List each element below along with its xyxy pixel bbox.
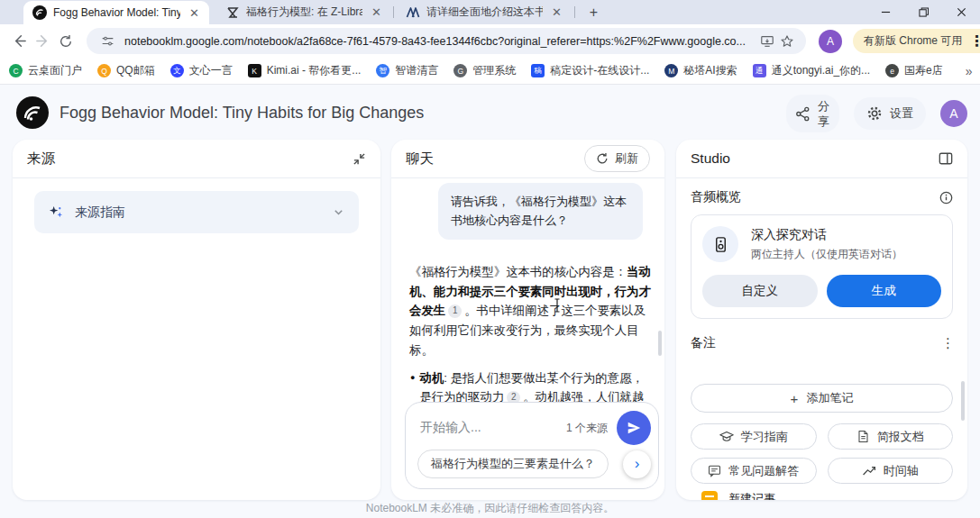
tab-notebooklm[interactable]: Fogg Behavior Model: Tiny H ✕ (23, 1, 209, 24)
source-guide-label: 来源指南 (75, 204, 322, 221)
back-icon[interactable] (7, 30, 31, 53)
header-actions: 分享 设置 A (786, 95, 967, 132)
browser-menu-icon[interactable]: ⋮ (967, 29, 980, 53)
tab-title: 福格行为模型: 在 Z-Library 上 (246, 5, 362, 20)
bookmark-label: 云桌面门户 (28, 63, 82, 78)
trend-line-icon (862, 464, 876, 478)
audio-overview-card: 深入探究对话 两位主持人（仅使用英语对话） 自定义 生成 (691, 214, 953, 319)
bookmark-item[interactable]: 智 智谱清言 (376, 63, 438, 78)
audio-overview-header: 音频概览 (676, 178, 967, 211)
bookmark-item[interactable]: C 云桌面门户 (9, 63, 82, 78)
timeline-label: 时间轴 (884, 463, 919, 479)
citation-chip-1[interactable]: 1 (448, 304, 462, 318)
account-avatar[interactable]: A (940, 100, 967, 127)
sources-panel-header: 来源 (13, 140, 380, 178)
notebooklm-logo-icon[interactable] (16, 96, 49, 129)
tab-close-icon[interactable]: ✕ (187, 6, 202, 20)
browser-profile-avatar[interactable]: A (819, 30, 842, 53)
source-count-label: 1 个来源 (566, 421, 608, 436)
refresh-label: 刷新 (615, 150, 638, 167)
tab-zlibrary[interactable]: 福格行为模型: 在 Z-Library 上 ✕ (216, 0, 391, 24)
chat-title: 聊天 (406, 150, 434, 168)
faq-label: 常见问题解答 (728, 463, 799, 479)
bookmark-star-icon[interactable] (777, 32, 797, 51)
new-tab-button[interactable]: + (584, 3, 603, 22)
refresh-chat-button[interactable]: 刷新 (584, 145, 650, 172)
add-note-button[interactable]: + 添加笔记 (691, 384, 953, 413)
studio-panel: Studio 音频概览 深入探究对话 两位主持人（仅使用英语对话） 自定义 生成… (676, 140, 967, 500)
tab-close-icon[interactable]: ✕ (549, 5, 564, 19)
bookmark-item[interactable]: 通 通义tongyi.ai_你的... (753, 63, 870, 78)
note-list-item[interactable]: 新建记事 (691, 491, 953, 500)
bookmark-label: QQ邮箱 (116, 63, 155, 78)
bookmark-favicon-icon: K (248, 64, 261, 77)
reload-icon[interactable] (54, 30, 78, 53)
collapse-panel-icon[interactable] (353, 152, 366, 166)
study-guide-button[interactable]: 学习指南 (691, 423, 817, 450)
notebook-title[interactable]: Fogg Behavior Model: Tiny Habits for Big… (60, 104, 424, 123)
bookmark-item[interactable]: M 秘塔AI搜索 (664, 63, 737, 78)
text-cursor-icon (554, 298, 561, 313)
generate-button[interactable]: 生成 (827, 275, 942, 307)
chat-input-field[interactable]: 开始输入... (420, 420, 566, 436)
bookmarks-overflow-chevron[interactable]: » (958, 64, 980, 78)
bookmark-item[interactable]: e 国寿e店 (885, 63, 943, 78)
bookmark-favicon-icon: 智 (376, 64, 389, 77)
notes-menu-icon[interactable]: ⋮ (941, 340, 955, 347)
gear-icon (866, 105, 883, 122)
close-window-button[interactable] (942, 0, 980, 24)
chat-input-row: 开始输入... 1 个来源 (420, 411, 651, 445)
notebooklm-favicon-icon (32, 5, 47, 20)
chat-scrollbar-thumb[interactable] (658, 331, 662, 356)
tab-separator (574, 6, 575, 18)
bookmark-item[interactable]: 文 文心一言 (170, 63, 233, 78)
settings-button[interactable]: 设置 (854, 97, 926, 130)
graduation-cap-icon (719, 430, 734, 444)
chevron-down-icon[interactable] (333, 206, 344, 218)
bookmark-item[interactable]: G 管理系统 (453, 63, 516, 78)
url-text[interactable]: notebooklm.google.com/notebook/a2fa68ce-… (124, 35, 757, 48)
chat-input-card: 开始输入... 1 个来源 福格行为模型的三要素是什么？ › (405, 402, 659, 489)
chrome-update-chip[interactable]: 有新版 Chrome 可用 (853, 29, 967, 53)
info-icon[interactable] (939, 191, 953, 204)
user-message: 请告诉我，《福格行为模型》这本书地核心内容是什么？ (438, 183, 643, 240)
tab-close-icon[interactable]: ✕ (369, 5, 384, 19)
note-icon (701, 491, 718, 500)
plus-icon: + (791, 391, 799, 406)
split-view-icon[interactable] (939, 151, 953, 166)
timeline-button[interactable]: 时间轴 (828, 458, 954, 484)
send-button[interactable] (617, 411, 651, 445)
speaker-icon (702, 226, 738, 262)
answer-intro: 《福格行为模型》这本书的核心内容是： (409, 265, 627, 278)
bookmarks-bar: C 云桌面门户 Q QQ邮箱 文 文心一言 K Kimi.ai - 帮你看更..… (0, 58, 980, 85)
customize-button[interactable]: 自定义 (702, 275, 818, 307)
share-button[interactable]: 分享 (786, 95, 839, 132)
tab-metaso[interactable]: 请详细全面地介绍这本书《福格 ✕ (397, 0, 572, 24)
restore-button[interactable] (904, 0, 942, 24)
site-settings-icon[interactable] (97, 32, 117, 51)
bookmark-favicon-icon: e (885, 64, 899, 77)
refresh-icon (596, 152, 609, 165)
notes-title: 备注 (691, 335, 716, 351)
audio-card-buttons: 自定义 生成 (702, 275, 941, 307)
settings-label: 设置 (890, 105, 913, 122)
next-suggestion-button[interactable]: › (623, 450, 651, 478)
bookmark-item[interactable]: 稿 稿定设计-在线设计... (531, 63, 649, 78)
faq-button[interactable]: 常见问题解答 (691, 458, 817, 484)
studio-scrollbar-thumb[interactable] (961, 381, 965, 421)
briefing-doc-button[interactable]: 简报文档 (828, 423, 954, 450)
chat-panel-header: 聊天 刷新 (391, 140, 664, 178)
bookmark-item[interactable]: Q QQ邮箱 (97, 63, 155, 78)
bookmark-label: 智谱清言 (395, 63, 438, 78)
source-guide-card[interactable]: 来源指南 (34, 191, 359, 233)
bookmark-favicon-icon: Q (97, 64, 111, 77)
bookmark-item[interactable]: K Kimi.ai - 帮你看更... (248, 63, 362, 78)
bookmark-label: 秘塔AI搜索 (683, 63, 737, 78)
forward-icon[interactable] (31, 30, 54, 53)
bookmark-label: 文心一言 (189, 63, 233, 78)
suggested-question-chip[interactable]: 福格行为模型的三要素是什么？ (417, 450, 609, 478)
send-icon (626, 420, 642, 436)
url-bar[interactable]: notebooklm.google.com/notebook/a2fa68ce-… (87, 28, 806, 54)
send-to-device-icon[interactable] (757, 32, 777, 51)
minimize-button[interactable] (866, 0, 904, 24)
